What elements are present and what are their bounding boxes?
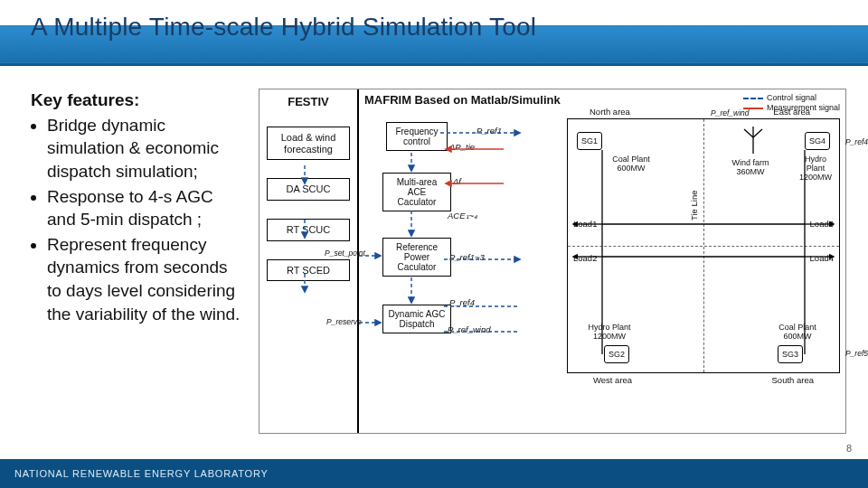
freq-control-box: Frequency control	[386, 122, 448, 151]
plant-hydro-e: Hydro Plant 1200MW	[796, 155, 835, 183]
feature-item: Response to 4-s AGC and 5-min dispatch ;	[47, 185, 246, 231]
label-pref13: P_ref1~3	[449, 252, 485, 262]
key-features: Key features: Bridge dynamic simulation …	[31, 89, 246, 434]
label-pref4: P_ref4	[449, 297, 475, 307]
wind-turbine-icon	[738, 125, 769, 155]
plant-coal-s: Coal Plant 600MW	[776, 324, 819, 342]
system-diagram: FESTIV Load & wind forecasting DA SCUC R…	[259, 89, 846, 434]
slide-body: Key features: Bridge dynamic simulation …	[31, 89, 846, 434]
svg-line-5	[753, 129, 762, 137]
label-pref5: P_ref5	[845, 349, 868, 358]
area-east: East area	[773, 107, 810, 117]
grid-areas: North area East area West area South are…	[567, 118, 840, 373]
festiv-box-rtscuc: RT SCUC	[267, 219, 350, 241]
footer-text: NATIONAL RENEWABLE ENERGY LABORATORY	[14, 468, 269, 479]
load1: Load1	[573, 219, 597, 229]
load2: Load2	[573, 253, 597, 263]
sg3: SG3	[778, 345, 803, 363]
area-south: South area	[772, 375, 814, 385]
label-dptie: ΔP_tie	[449, 142, 475, 152]
label-prefwind-top: P_ref_wind	[711, 108, 750, 117]
plant-hydro-w: Hydro Plant 1200MW	[586, 324, 633, 342]
tie-line-label: Tie Line	[689, 191, 699, 221]
feature-item: Represent frequency dynamics from second…	[47, 233, 246, 326]
svg-line-4	[744, 129, 753, 137]
label-df: Δf	[453, 176, 461, 186]
label-pref4r: P_ref4	[845, 137, 868, 146]
label-ace14: ACE₁~₄	[448, 211, 477, 221]
legend-control: Control signal	[767, 93, 816, 103]
label-pset: P_set_point	[325, 249, 365, 258]
area-north: North area	[590, 107, 630, 117]
agc-box: Dynamic AGC Dispatch	[382, 305, 451, 333]
refpower-box: Reference Power Caculator	[382, 238, 451, 277]
ace-box: Multi-area ACE Caculator	[382, 173, 451, 211]
sg2: SG2	[604, 345, 629, 363]
label-preserve: P_reserve	[326, 317, 362, 326]
area-west: West area	[593, 375, 632, 385]
festiv-header: FESTIV	[288, 95, 329, 108]
festiv-box-dascuc: DA SCUC	[267, 178, 350, 201]
load4: Load4	[810, 253, 834, 263]
festiv-box-forecast: Load & wind forecasting	[267, 127, 350, 160]
load3: Load3	[810, 219, 834, 229]
mafrim-area: MAFRIM Based on Matlab/Simulink Control …	[359, 89, 845, 433]
label-pref1: P_ref1	[476, 126, 502, 136]
legend-dash-icon	[743, 98, 763, 99]
sg4: SG4	[805, 132, 830, 150]
sg1: SG1	[577, 132, 602, 150]
area-hline	[568, 246, 839, 247]
festiv-column: FESTIV Load & wind forecasting DA SCUC R…	[259, 89, 359, 433]
mafrim-header: MAFRIM Based on Matlab/Simulink	[364, 93, 561, 107]
plant-wind: Wind farm 360MW	[727, 159, 774, 177]
slide-title: A Multiple Time-scale Hybrid Simulation …	[31, 13, 536, 42]
label-prefwind: P_ref_wind	[448, 324, 491, 334]
page-number: 8	[846, 443, 852, 454]
features-heading: Key features:	[31, 89, 246, 112]
festiv-box-rtsced: RT SCED	[267, 259, 350, 282]
footer-bar: NATIONAL RENEWABLE ENERGY LABORATORY	[0, 459, 868, 488]
plant-coal-n: Coal Plant 600MW	[609, 155, 653, 174]
feature-item: Bridge dynamic simulation & economic dis…	[47, 114, 246, 183]
